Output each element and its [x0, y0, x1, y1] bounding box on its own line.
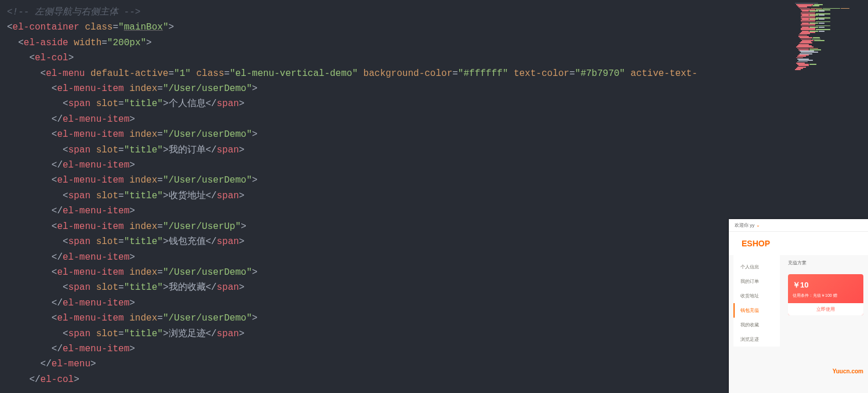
- use-now-button[interactable]: 立即使用: [788, 303, 863, 315]
- recharge-card[interactable]: ￥10 使用条件：充值￥100 赠 立即使用: [788, 274, 863, 315]
- sidebar-item-history[interactable]: 浏览足迹: [733, 332, 780, 347]
- preview-main: 充值方案 ￥10 使用条件：充值￥100 赠 立即使用: [788, 255, 863, 347]
- preview-sidebar: 个人信息 我的订单 收货地址 钱包充值 我的收藏 浏览足迹: [733, 255, 780, 347]
- sidebar-item-orders[interactable]: 我的订单: [733, 274, 780, 289]
- sidebar-item-address[interactable]: 收货地址: [733, 289, 780, 303]
- card-description: 使用条件：充值￥100 赠: [793, 293, 859, 299]
- comment-line: <!-- 左侧导航与右侧主体 -->: [7, 7, 140, 17]
- card-price: ￥10: [793, 280, 859, 290]
- sidebar-item-wallet[interactable]: 钱包充值: [733, 303, 780, 318]
- minimap[interactable]: [793, 0, 868, 128]
- username-text: yy: [749, 223, 756, 228]
- welcome-text: 欢迎你: [735, 223, 749, 228]
- logo[interactable]: ESHOP: [729, 232, 868, 255]
- main-section-title: 充值方案: [788, 260, 863, 266]
- browser-preview: 欢迎你 yy ⌄ ESHOP 个人信息 我的订单 收货地址 钱包充值 我的收藏 …: [729, 219, 868, 393]
- chevron-down-icon[interactable]: ⌄: [756, 223, 760, 228]
- preview-topbar: 欢迎你 yy ⌄: [729, 219, 868, 232]
- watermark: Yuucn.com: [833, 368, 863, 374]
- sidebar-item-favorites[interactable]: 我的收藏: [733, 318, 780, 332]
- sidebar-item-profile[interactable]: 个人信息: [733, 260, 780, 274]
